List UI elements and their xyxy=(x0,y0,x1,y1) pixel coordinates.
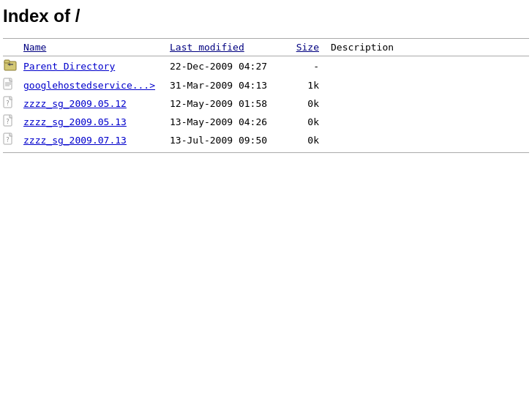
file-name-cell[interactable]: zzzz_sg_2009.05.12 xyxy=(23,94,170,113)
file-name-cell[interactable]: zzzz_sg_2009.07.13 xyxy=(23,131,170,149)
file-desc-cell xyxy=(331,56,529,77)
footer-divider xyxy=(3,152,529,153)
file-date-cell: 31-Mar-2009 04:13 xyxy=(170,76,287,94)
size-column-header[interactable]: Size xyxy=(287,39,331,56)
table-row: ? zzzz_sg_2009.05.1212-May-2009 01:580k xyxy=(3,94,529,113)
file-icon-cell: ? xyxy=(3,131,23,149)
file-desc-cell xyxy=(331,131,529,149)
name-sort-link[interactable]: Name xyxy=(23,42,46,53)
file-name-cell[interactable]: googlehostedservice...> xyxy=(23,76,170,94)
desc-column-header: Description xyxy=(331,39,529,56)
file-desc-cell xyxy=(331,94,529,113)
svg-rect-1 xyxy=(4,60,10,63)
file-link[interactable]: googlehostedservice...> xyxy=(23,80,155,91)
file-name-cell[interactable]: zzzz_sg_2009.05.13 xyxy=(23,113,170,131)
table-row: ? zzzz_sg_2009.07.1313-Jul-2009 09:500k xyxy=(3,131,529,149)
name-column-header[interactable]: Name xyxy=(23,39,170,56)
file-size-cell: - xyxy=(287,56,331,77)
file-icon-cell xyxy=(3,76,23,94)
file-date-cell: 13-May-2009 04:26 xyxy=(170,113,287,131)
file-link[interactable]: zzzz_sg_2009.05.12 xyxy=(23,98,127,109)
file-link[interactable]: zzzz_sg_2009.05.13 xyxy=(23,116,127,127)
table-row: ? zzzz_sg_2009.05.1313-May-2009 04:260k xyxy=(3,113,529,131)
svg-text:?: ? xyxy=(6,137,10,143)
svg-text:?: ? xyxy=(6,100,10,107)
file-desc-cell xyxy=(331,76,529,94)
size-sort-link[interactable]: Size xyxy=(296,42,319,53)
file-size-cell: 0k xyxy=(287,131,331,149)
table-header: Name Last modified Size Description xyxy=(3,39,529,56)
file-name-cell[interactable]: Parent Directory xyxy=(23,56,170,77)
file-date-cell: 12-May-2009 01:58 xyxy=(170,94,287,113)
icon-header-cell xyxy=(3,39,23,56)
file-size-cell: 1k xyxy=(287,76,331,94)
file-size-cell: 0k xyxy=(287,94,331,113)
file-date-cell: 22-Dec-2009 04:27 xyxy=(170,56,287,77)
file-icon-cell: ? xyxy=(3,113,23,131)
file-icon-cell xyxy=(3,56,23,77)
file-link[interactable]: Parent Directory xyxy=(23,61,115,72)
file-size-cell: 0k xyxy=(287,113,331,131)
page-heading: Index of / xyxy=(3,6,529,26)
date-sort-link[interactable]: Last modified xyxy=(170,42,244,53)
date-column-header[interactable]: Last modified xyxy=(170,39,287,56)
file-icon-cell: ? xyxy=(3,94,23,113)
file-date-cell: 13-Jul-2009 09:50 xyxy=(170,131,287,149)
directory-listing: Name Last modified Size Description Pare… xyxy=(3,38,529,149)
table-row: Parent Directory22-Dec-2009 04:27- xyxy=(3,56,529,77)
table-row: googlehostedservice...>31-Mar-2009 04:13… xyxy=(3,76,529,94)
file-desc-cell xyxy=(331,113,529,131)
file-link[interactable]: zzzz_sg_2009.07.13 xyxy=(23,135,127,146)
svg-text:?: ? xyxy=(6,119,10,125)
